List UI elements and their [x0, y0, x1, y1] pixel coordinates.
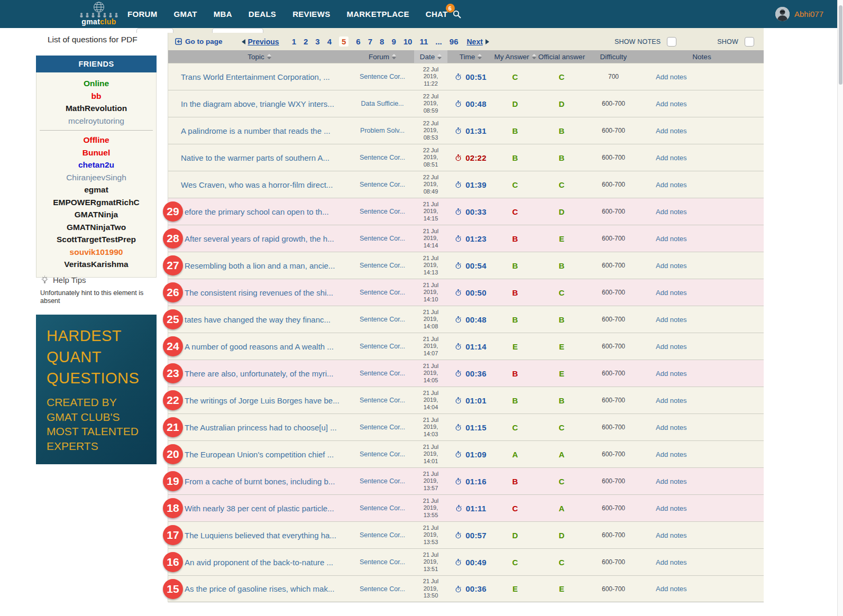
column-header[interactable]: Date: [414, 50, 447, 63]
list-of-questions-pdf-link[interactable]: List of questions for PDF: [48, 35, 138, 44]
topic-link[interactable]: A number of good reasons and A wealth ..…: [185, 342, 334, 351]
forum-link[interactable]: Problem Solv...: [360, 127, 405, 134]
add-notes-link[interactable]: Add notes: [656, 504, 687, 512]
add-notes-link[interactable]: Add notes: [656, 208, 687, 216]
search-icon[interactable]: [453, 10, 462, 19]
column-header[interactable]: Forum: [351, 50, 414, 63]
add-notes-link[interactable]: Add notes: [656, 370, 687, 378]
column-header[interactable]: Difficulty: [587, 50, 640, 63]
add-notes-link[interactable]: Add notes: [656, 289, 687, 297]
forum-link[interactable]: Sentence Cor...: [360, 208, 405, 215]
go-to-page-button[interactable]: Go to page: [175, 38, 223, 45]
forum-link[interactable]: Sentence Cor...: [360, 343, 405, 350]
page-link[interactable]: 8: [380, 37, 384, 46]
friend-link[interactable]: GMATNinjaTwo: [36, 221, 156, 234]
forum-link[interactable]: Sentence Cor...: [360, 531, 405, 539]
avatar[interactable]: [775, 7, 790, 21]
forum-link[interactable]: Sentence Cor...: [360, 73, 405, 80]
user-area[interactable]: Abhi077: [775, 7, 823, 21]
topic-link[interactable]: With nearly 38 per cent of plastic parti…: [185, 504, 334, 513]
nav-menu-item[interactable]: CHAT6: [426, 10, 448, 19]
forum-link[interactable]: Sentence Cor...: [360, 262, 405, 269]
friend-link[interactable]: ChiranjeevSingh: [36, 171, 156, 184]
forum-link[interactable]: Sentence Cor...: [360, 504, 405, 512]
page-link[interactable]: 10: [404, 37, 413, 46]
add-notes-link[interactable]: Add notes: [656, 235, 687, 243]
forum-link[interactable]: Sentence Cor...: [360, 558, 405, 566]
page-link[interactable]: 5: [339, 36, 349, 47]
page-link[interactable]: ...: [435, 37, 442, 46]
forum-link[interactable]: Sentence Cor...: [360, 181, 405, 188]
page-link[interactable]: 1: [292, 37, 296, 46]
topic-link[interactable]: The Australian princess had to choose[u]…: [185, 423, 337, 432]
column-header[interactable]: Notes: [640, 50, 764, 63]
forum-link[interactable]: Sentence Cor...: [360, 289, 405, 296]
add-notes-link[interactable]: Add notes: [656, 100, 687, 108]
friend-link[interactable]: souvik101990: [36, 246, 156, 259]
add-notes-link[interactable]: Add notes: [656, 262, 687, 270]
friend-link[interactable]: MathRevolution: [36, 102, 156, 115]
show-notes-checkbox[interactable]: [667, 37, 676, 47]
page-link[interactable]: 7: [368, 37, 372, 46]
forum-link[interactable]: Sentence Cor...: [360, 585, 405, 593]
add-notes-link[interactable]: Add notes: [656, 531, 687, 539]
topic-link[interactable]: After several years of rapid growth, the…: [185, 234, 334, 243]
friend-link[interactable]: bb: [36, 90, 156, 103]
topic-link[interactable]: The Luquiens believed that everything ha…: [185, 531, 336, 540]
friend-link[interactable]: VeritasKarishma: [36, 258, 156, 271]
topic-link[interactable]: efore the primary school can open to th.…: [185, 207, 329, 216]
nav-menu-item[interactable]: REVIEWS: [292, 10, 330, 19]
column-header[interactable]: Time: [447, 50, 494, 63]
add-notes-link[interactable]: Add notes: [656, 181, 687, 189]
username[interactable]: Abhi077: [794, 10, 823, 19]
add-notes-link[interactable]: Add notes: [656, 73, 687, 81]
add-notes-link[interactable]: Add notes: [656, 397, 687, 404]
scrollbar-thumb[interactable]: [839, 5, 842, 85]
add-notes-link[interactable]: Add notes: [656, 558, 687, 566]
friend-link[interactable]: Offline: [36, 134, 156, 146]
friend-link[interactable]: ScottTargetTestPrep: [36, 233, 156, 246]
topic-link[interactable]: There are also, unfortunately, of the my…: [185, 369, 334, 378]
forum-link[interactable]: Sentence Cor...: [360, 316, 405, 323]
add-notes-link[interactable]: Add notes: [656, 316, 687, 324]
previous-page-link[interactable]: Previous: [242, 38, 279, 46]
topic-link[interactable]: The consistent rising revenues of the sh…: [185, 288, 333, 297]
friend-link[interactable]: egmat: [36, 183, 156, 196]
gmatclub-logo[interactable]: gmatclub: [75, 2, 123, 25]
friend-link[interactable]: Bunuel: [36, 146, 156, 159]
column-header[interactable]: My Answer: [494, 50, 536, 63]
topic-link[interactable]: A palindrome is a number that reads the …: [181, 126, 331, 135]
nav-menu-item[interactable]: MBA: [214, 10, 232, 19]
show-checkbox[interactable]: [745, 37, 754, 47]
forum-link[interactable]: Sentence Cor...: [360, 370, 405, 377]
page-link[interactable]: 6: [356, 37, 360, 46]
friend-link[interactable]: EMPOWERgmatRichC: [36, 196, 156, 209]
friend-link[interactable]: GMATNinja: [36, 208, 156, 221]
promo-banner[interactable]: HARDESTQUANTQUESTIONS CREATED BYGMAT CLU…: [36, 315, 157, 464]
topic-link[interactable]: An avid proponent of the back-to-nature …: [185, 558, 333, 567]
forum-link[interactable]: Sentence Cor...: [360, 477, 405, 485]
topic-link[interactable]: Resembling both a lion and a man, ancie.…: [185, 261, 335, 270]
add-notes-link[interactable]: Add notes: [656, 343, 687, 351]
page-link[interactable]: 3: [315, 37, 319, 46]
add-notes-link[interactable]: Add notes: [656, 424, 687, 431]
page-link[interactable]: 11: [419, 37, 428, 46]
nav-menu-item[interactable]: FORUM: [127, 10, 158, 19]
page-link[interactable]: 2: [304, 37, 308, 46]
add-notes-link[interactable]: Add notes: [656, 450, 687, 458]
forum-link[interactable]: Sentence Cor...: [360, 154, 405, 161]
topic-link[interactable]: From a cache of burnt bones, including b…: [185, 477, 335, 486]
page-link[interactable]: 4: [327, 37, 332, 46]
friend-link[interactable]: chetan2u: [36, 159, 156, 171]
topic-link[interactable]: Native to the warmer parts of southern A…: [181, 153, 329, 162]
add-notes-link[interactable]: Add notes: [656, 585, 687, 593]
nav-menu-item[interactable]: GMAT: [174, 10, 197, 19]
topic-link[interactable]: tates have changed the way they financ..…: [185, 315, 331, 324]
forum-link[interactable]: Sentence Cor...: [360, 235, 405, 242]
forum-link[interactable]: Sentence Cor...: [360, 424, 405, 431]
topic-link[interactable]: Trans World Entertainment Corporation, .…: [181, 72, 330, 81]
page-link[interactable]: 9: [391, 37, 396, 46]
add-notes-link[interactable]: Add notes: [656, 477, 687, 485]
forum-link[interactable]: Sentence Cor...: [360, 450, 405, 458]
topic-link[interactable]: As the price of gasoline rises, which ma…: [185, 584, 334, 593]
